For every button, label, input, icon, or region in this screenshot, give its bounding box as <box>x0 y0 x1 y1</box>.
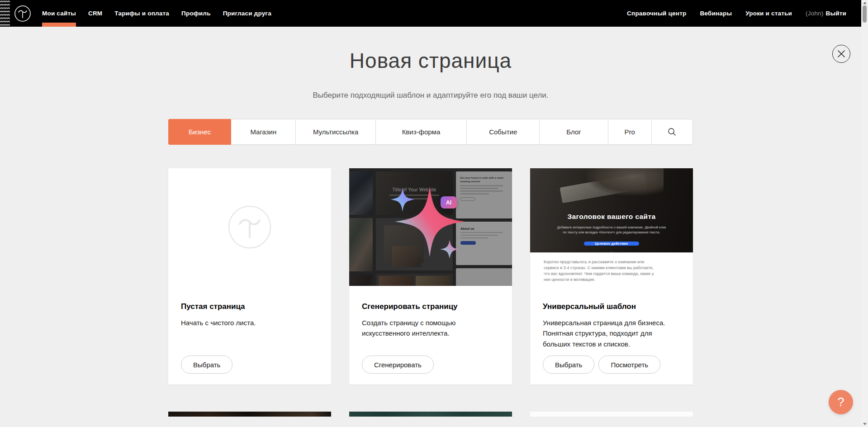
nav-item-label: CRM <box>88 10 102 17</box>
top-navbar: Мои сайты CRM Тарифы и оплата Профиль Пр… <box>0 0 868 27</box>
nav-item-label: Уроки и статьи <box>745 10 792 17</box>
card-title: Универсальный шаблон <box>543 302 680 311</box>
tab-quiz-form[interactable]: Квиз-форма <box>376 119 467 145</box>
nav-item-label: Мои сайты <box>42 10 76 17</box>
chevron-down-icon <box>607 251 616 252</box>
ai-generate-preview[interactable]: Title of Your Website Get your house in … <box>349 168 512 286</box>
scrollbar-thumb[interactable] <box>863 5 867 23</box>
tab-label: Блог <box>566 128 581 136</box>
preview-photo-person <box>587 168 664 195</box>
page-title: Новая страница <box>0 48 861 73</box>
preview-hero-subtitle: Добавьте интересные подробности о вашей … <box>555 225 668 235</box>
nav-item-webinars[interactable]: Вебинары <box>700 10 732 17</box>
card-description: Начать с чистого листа. <box>181 318 318 328</box>
preview-hero-title: Заголовок вашего сайта <box>567 213 655 221</box>
card-title: Пустая страница <box>181 302 318 311</box>
tab-label: Магазин <box>250 128 276 136</box>
card-ai-generate: Title of Your Website Get your house in … <box>349 168 512 384</box>
new-page-dialog: Новая страница Выберите подходящий шабло… <box>0 27 861 417</box>
preview-paragraph: Коротко представьтесь и расскажите о ком… <box>544 259 657 283</box>
tilda-watermark-icon <box>228 205 272 249</box>
nav-item-label: Пригласи друга <box>223 10 271 17</box>
page-scrollbar[interactable] <box>861 0 868 427</box>
close-icon <box>837 50 845 58</box>
card-title: Сгенерировать страницу <box>362 302 499 311</box>
nav-item-help-center[interactable]: Справочный центр <box>627 10 686 17</box>
preview-cta-button: Целевое действие <box>584 242 639 246</box>
search-icon <box>668 128 676 136</box>
logout-link[interactable]: (John) Выйти <box>806 10 846 17</box>
primary-nav: Мои сайты CRM Тарифы и оплата Профиль Пр… <box>42 0 271 27</box>
close-dialog-button[interactable] <box>832 45 850 63</box>
nav-item-lessons[interactable]: Уроки и статьи <box>745 10 792 17</box>
tab-label: Событие <box>489 128 517 136</box>
tab-label: Бизнес <box>189 128 211 136</box>
card-blank-page: Пустая страница Начать с чистого листа. … <box>168 168 331 384</box>
help-button[interactable]: ? <box>829 390 853 414</box>
tab-store[interactable]: Магазин <box>231 119 296 145</box>
tab-label: Pro <box>625 128 635 136</box>
tab-label: Мультиссылка <box>313 128 358 136</box>
nav-item-tariffs[interactable]: Тарифы и оплата <box>114 0 169 27</box>
tab-label: Квиз-форма <box>402 128 441 136</box>
nav-item-label: Справочный центр <box>627 10 686 17</box>
tab-search[interactable] <box>652 119 693 145</box>
generate-button[interactable]: Сгенерировать <box>362 356 434 374</box>
card-description: Универсальная страница для бизнеса. Поня… <box>543 318 680 349</box>
logout-label: Выйти <box>826 10 847 17</box>
template-card-partial[interactable] <box>168 412 331 417</box>
nav-item-crm[interactable]: CRM <box>88 0 102 27</box>
nav-item-label: Вебинары <box>700 10 732 17</box>
ai-sparkles: AI <box>349 168 512 286</box>
nav-item-label: Тарифы и оплата <box>114 10 169 17</box>
tab-event[interactable]: Событие <box>467 119 540 145</box>
ai-badge: AI <box>441 196 457 209</box>
page-subtitle: Выберите подходящий шаблон и адаптируйте… <box>0 91 861 100</box>
template-category-tabs: Бизнес Магазин Мультиссылка Квиз-форма С… <box>168 119 693 145</box>
scroll-down-arrow-icon[interactable] <box>863 423 867 425</box>
tilda-logo-icon[interactable] <box>14 5 31 22</box>
nav-item-my-sites[interactable]: Мои сайты <box>42 0 76 27</box>
view-button[interactable]: Посмотреть <box>598 356 660 374</box>
template-cards-row: Пустая страница Начать с чистого листа. … <box>168 168 693 384</box>
zigzag-decoration <box>0 0 10 27</box>
card-universal-template: Заголовок вашего сайта Добавьте интересн… <box>530 168 693 384</box>
template-card-partial[interactable] <box>530 412 693 417</box>
choose-button[interactable]: Выбрать <box>181 356 232 374</box>
tab-business[interactable]: Бизнес <box>168 119 231 145</box>
secondary-nav: Справочный центр Вебинары Уроки и статьи… <box>627 0 846 27</box>
nav-item-invite-friend[interactable]: Пригласи друга <box>223 0 271 27</box>
next-row-partial <box>168 412 693 417</box>
tab-pro[interactable]: Pro <box>608 119 652 145</box>
scroll-up-arrow-icon[interactable] <box>863 2 867 4</box>
active-nav-indicator <box>42 23 76 27</box>
choose-button[interactable]: Выбрать <box>543 356 594 374</box>
nav-item-profile[interactable]: Профиль <box>181 0 211 27</box>
nav-item-label: Профиль <box>181 10 211 17</box>
tab-blog[interactable]: Блог <box>540 119 608 145</box>
template-card-partial[interactable] <box>349 412 512 417</box>
universal-template-preview[interactable]: Заголовок вашего сайта Добавьте интересн… <box>530 168 693 286</box>
user-name: (John) <box>806 10 823 17</box>
tab-multilink[interactable]: Мультиссылка <box>296 119 375 145</box>
blank-page-preview[interactable] <box>168 168 331 286</box>
card-description: Создать страницу с помощью искусственног… <box>362 318 499 339</box>
